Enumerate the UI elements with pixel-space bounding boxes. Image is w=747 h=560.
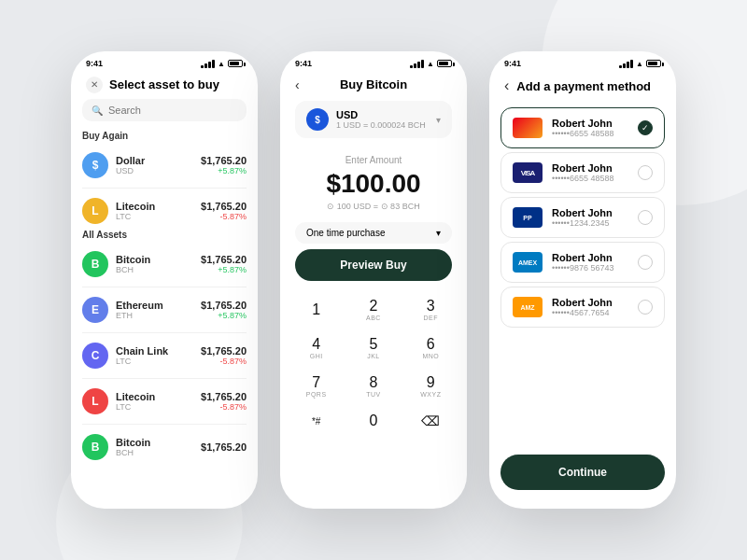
left-header: ✕ Select asset to buy: [71, 72, 258, 99]
payment-card-mastercard[interactable]: Robert John ••••••6655 48588: [500, 107, 665, 148]
radio-mastercard: [638, 120, 653, 135]
amazon-icon: AMZ: [513, 297, 543, 317]
list-item[interactable]: $ Dollar USD $1,765.20 +5.87%: [71, 147, 258, 184]
visa-icon: VISA: [513, 162, 543, 183]
list-item[interactable]: L Litecoin LTC $1,765.20 -5.87%: [71, 192, 258, 230]
wifi-icon-right: ▲: [636, 60, 643, 68]
right-phone: 9:41 ▲ ‹ Add a payment method Robert Joh…: [489, 51, 676, 509]
close-button[interactable]: ✕: [86, 77, 103, 93]
left-title: Select asset to buy: [109, 77, 219, 91]
continue-button[interactable]: Continue: [500, 455, 665, 490]
payment-card-paypal[interactable]: PP Robert John ••••••1234.2345: [500, 197, 665, 238]
purchase-type-label: One time purchase: [306, 228, 386, 238]
mid-header: ‹ Buy Bitcoin: [280, 72, 467, 101]
key-8[interactable]: 8TUV: [345, 367, 402, 405]
numpad: 1 2ABC 3DEF 4GHI 5JKL 6MNO 7PQRS 8TUV 9W…: [280, 287, 467, 441]
section-all-assets: All Assets: [71, 230, 258, 245]
wifi-icon: ▲: [218, 60, 225, 68]
key-backspace[interactable]: ⌫: [402, 405, 459, 437]
mastercard-icon: [513, 118, 543, 138]
preview-buy-button[interactable]: Preview Buy: [295, 249, 452, 281]
asset-icon-litecoin: L: [82, 198, 108, 224]
search-input[interactable]: [108, 105, 237, 116]
status-bar-left: 9:41 ▲: [71, 51, 258, 72]
chevron-down-icon: ▾: [436, 115, 441, 125]
time-left: 9:41: [86, 59, 103, 68]
key-symbols[interactable]: *#: [288, 405, 345, 437]
radio-paypal: [638, 210, 653, 225]
radio-amex: [638, 255, 653, 270]
currency-selector[interactable]: $ USD 1 USD = 0.000024 BCH ▾: [295, 101, 452, 138]
key-4[interactable]: 4GHI: [288, 329, 345, 367]
list-item[interactable]: C Chain LinkLTC $1,765.20-5.87%: [71, 337, 258, 374]
mid-title: Buy Bitcoin: [340, 77, 407, 91]
asset-info-dollar: Dollar USD: [116, 155, 193, 175]
mid-phone: 9:41 ▲ ‹ Buy Bitcoin $ USD 1 USD = 0.000…: [280, 51, 467, 509]
key-9[interactable]: 9WXYZ: [402, 367, 459, 405]
right-header: ‹ Add a payment method: [489, 72, 676, 104]
key-0[interactable]: 0: [345, 405, 402, 437]
right-title: Add a payment method: [516, 79, 651, 93]
key-7[interactable]: 7PQRS: [288, 367, 345, 405]
key-2[interactable]: 2ABC: [345, 290, 402, 329]
back-button-right[interactable]: ‹: [504, 77, 509, 94]
currency-rate: 1 USD = 0.000024 BCH: [336, 120, 426, 130]
radio-amazon: [638, 300, 653, 315]
currency-icon: $: [306, 108, 329, 131]
search-bar[interactable]: 🔍: [82, 99, 247, 121]
payment-card-amex[interactable]: AMEX Robert John ••••••9876 56743: [500, 242, 665, 283]
section-buy-again: Buy Again: [71, 131, 258, 147]
left-phone: 9:41 ▲ ✕ Select asset to buy 🔍 Buy Again…: [71, 51, 258, 509]
key-5[interactable]: 5JKL: [345, 329, 402, 367]
key-1[interactable]: 1: [288, 290, 345, 329]
list-item[interactable]: E EthereumETH $1,765.20+5.87%: [71, 291, 258, 329]
time-right: 9:41: [504, 59, 521, 68]
time-mid: 9:41: [295, 59, 312, 68]
asset-icon-dollar: $: [82, 152, 108, 178]
key-6[interactable]: 6MNO: [402, 329, 459, 367]
purchase-type-selector[interactable]: One time purchase ▾: [295, 222, 452, 244]
amount-section: Enter Amount $100.00 ⊙ 100 USD = ⊙ 83 BC…: [280, 147, 467, 217]
payment-card-visa[interactable]: VISA Robert John ••••••6655 48588: [500, 152, 665, 193]
conversion-rate: ⊙ 100 USD = ⊙ 83 BCH: [295, 202, 452, 211]
enter-amount-label: Enter Amount: [295, 155, 452, 165]
status-bar-mid: 9:41 ▲: [280, 51, 467, 72]
key-3[interactable]: 3DEF: [402, 290, 459, 329]
list-item[interactable]: B BitcoinBCH $1,765.20: [71, 428, 258, 466]
amount-display: $100.00: [295, 169, 452, 199]
search-icon: 🔍: [92, 105, 103, 116]
purchase-type-chevron: ▾: [436, 228, 441, 238]
back-button-mid[interactable]: ‹: [295, 77, 300, 92]
list-item[interactable]: B BitcoinBCH $1,765.20+5.87%: [71, 245, 258, 283]
paypal-icon: PP: [513, 207, 543, 228]
payment-card-amazon[interactable]: AMZ Robert John ••••••4567.7654: [500, 287, 665, 328]
currency-name: USD: [336, 109, 426, 120]
status-icons-left: ▲: [201, 60, 243, 68]
status-bar-right: 9:41 ▲: [489, 51, 676, 72]
amex-icon: AMEX: [513, 252, 543, 273]
radio-visa: [638, 165, 653, 180]
wifi-icon-mid: ▲: [427, 60, 434, 68]
list-item[interactable]: L LitecoinLTC $1,765.20-5.87%: [71, 383, 258, 420]
